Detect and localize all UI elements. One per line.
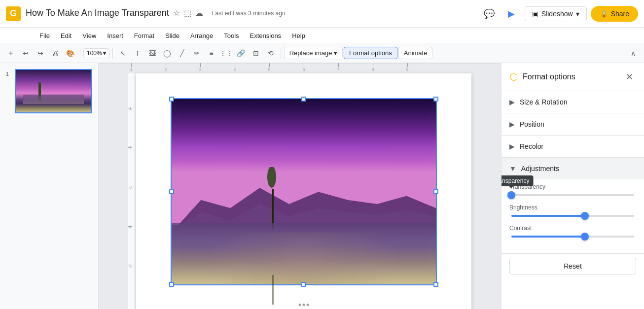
text-tool[interactable]: T (131, 46, 144, 60)
zoom-control[interactable]: 100% ▾ (83, 48, 109, 58)
cursor-tool[interactable]: ↖ (116, 46, 130, 60)
menu-extensions[interactable]: Extensions (245, 30, 286, 41)
star-icon[interactable]: ☆ (173, 8, 180, 18)
contrast-slider-track[interactable] (511, 236, 634, 238)
selection-handle-tr[interactable] (433, 97, 438, 102)
slide-1-thumb[interactable]: 1 (4, 67, 94, 115)
recolor-section: ▶ Recolor (501, 136, 644, 158)
size-rotation-label: Size & Rotation (520, 98, 568, 106)
doc-title: How To Make An Image Transparent (26, 8, 169, 18)
zoom-value: 100% (87, 50, 102, 57)
redo-button[interactable]: ↪ (34, 46, 47, 60)
selection-handle-br[interactable] (433, 282, 438, 287)
link-tool[interactable]: 🔗 (234, 46, 248, 60)
menu-arrange[interactable]: Arrange (185, 30, 218, 41)
transparency-slider-thumb[interactable]: Transparency (507, 191, 515, 199)
menu-edit[interactable]: Edit (56, 30, 76, 41)
contrast-slider-fill (511, 236, 585, 238)
pen-tool[interactable]: ✏ (190, 46, 204, 60)
crop-tool[interactable]: ⊡ (249, 46, 263, 60)
format-panel-title-row: ⬡ Format options (509, 71, 575, 83)
comments-icon: 💬 (484, 8, 495, 19)
slide-image[interactable] (171, 98, 437, 285)
close-icon: ✕ (626, 71, 633, 82)
folder-icon[interactable]: ⬚ (184, 8, 191, 18)
brightness-slider-thumb[interactable] (581, 212, 589, 220)
meet-icon: ▶ (508, 8, 515, 19)
slide-1-number: 1 (6, 71, 12, 77)
share-label: Share (611, 10, 629, 18)
menu-help[interactable]: Help (287, 30, 310, 41)
slideshow-label: Slideshow (541, 10, 573, 18)
line-tool[interactable]: ╱ (175, 46, 189, 60)
add-button[interactable]: ＋ (4, 46, 18, 60)
contrast-label: Contrast (509, 225, 636, 232)
print-button[interactable]: 🖨 (48, 46, 62, 60)
format-options-button[interactable]: Format options (344, 47, 397, 59)
slide-1-preview (15, 69, 92, 113)
replace-image-button[interactable]: Replace image ▾ (284, 47, 343, 59)
position-label: Position (520, 120, 544, 128)
columns-tool[interactable]: ⋮⋮ (219, 46, 233, 60)
undo-button[interactable]: ↩ (19, 46, 33, 60)
main-layout: 1 1 2 3 4 5 6 (0, 63, 644, 309)
size-rotation-section: ▶ Size & Rotation (501, 91, 644, 113)
menu-file[interactable]: File (35, 30, 55, 41)
paragraph-tool[interactable]: ≡ (205, 46, 218, 60)
menu-format[interactable]: Format (129, 30, 159, 41)
toolbar: ＋ ↩ ↪ 🖨 🎨 100% ▾ ↖ T 🖼 ◯ ╱ ✏ ≡ ⋮⋮ 🔗 ⊡ ⟲ … (0, 43, 644, 63)
contrast-row: Contrast (509, 225, 636, 238)
size-rotation-header[interactable]: ▶ Size & Rotation (501, 91, 644, 113)
lock-icon: 🔒 (600, 10, 608, 18)
resize-indicator (299, 304, 309, 306)
menu-bar: File Edit View Insert Format Slide Arran… (0, 28, 644, 43)
selection-handle-bl[interactable] (169, 282, 174, 287)
transform-tool[interactable]: ⟲ (264, 46, 278, 60)
recolor-chevron-icon: ▶ (509, 142, 515, 150)
selection-handle-bc[interactable] (301, 282, 306, 287)
menu-slide[interactable]: Slide (160, 30, 184, 41)
selection-handle-mr[interactable] (433, 189, 438, 194)
adjustments-chevron-icon: ▼ (509, 165, 516, 172)
comments-button[interactable]: 💬 (480, 5, 498, 23)
position-header[interactable]: ▶ Position (501, 113, 644, 135)
reset-button[interactable]: Reset (509, 258, 636, 275)
recolor-header[interactable]: ▶ Recolor (501, 136, 644, 157)
menu-view[interactable]: View (77, 30, 101, 41)
canvas-wrapper: 1 2 3 4 5 (118, 64, 481, 309)
image-tool[interactable]: 🖼 (145, 46, 159, 60)
selection-handle-tl[interactable] (169, 97, 174, 102)
close-panel-button[interactable]: ✕ (622, 70, 636, 84)
brightness-slider-track[interactable] (511, 215, 634, 217)
selection-handle-tc[interactable] (301, 97, 306, 102)
cloud-icon[interactable]: ☁ (195, 8, 203, 18)
share-button[interactable]: 🔒 Share (591, 6, 638, 22)
paint-format-button[interactable]: 🎨 (63, 46, 77, 60)
animate-button[interactable]: Animate (398, 47, 433, 59)
meet-button[interactable]: ▶ (502, 5, 521, 22)
slide-canvas[interactable] (136, 73, 471, 309)
selection-handle-ml[interactable] (169, 189, 174, 194)
menu-tools[interactable]: Tools (219, 30, 244, 41)
toolbar-separator-3 (281, 48, 281, 59)
title-area: How To Make An Image Transparent ☆ ⬚ ☁ L… (26, 8, 480, 19)
adjustments-content: Transparency Transparency Brightness (501, 179, 644, 253)
recolor-label: Recolor (520, 142, 543, 150)
size-rotation-chevron-icon: ▶ (509, 98, 515, 106)
shape-tool[interactable]: ◯ (160, 46, 174, 60)
slides-panel: 1 (0, 63, 99, 309)
transparency-tooltip: Transparency (501, 175, 533, 186)
svg-point-2 (267, 167, 276, 188)
doc-title-row: How To Make An Image Transparent ☆ ⬚ ☁ L… (26, 8, 480, 18)
contrast-slider-thumb[interactable] (581, 233, 589, 240)
collapse-toolbar-icon[interactable]: ∧ (626, 46, 640, 60)
slideshow-screen-icon: ▣ (532, 10, 538, 18)
transparency-slider-track[interactable]: Transparency (511, 194, 634, 196)
slideshow-button[interactable]: ▣ Slideshow ▾ (525, 6, 587, 21)
canvas-area: 1 2 3 4 5 6 7 8 9 1 (99, 63, 501, 309)
menu-insert[interactable]: Insert (102, 30, 128, 41)
slideshow-chevron-icon: ▾ (576, 10, 579, 18)
top-bar: G How To Make An Image Transparent ☆ ⬚ ☁… (0, 0, 644, 28)
vertical-ruler: 1 2 3 4 5 (128, 73, 136, 309)
top-right-actions: 💬 ▶ ▣ Slideshow ▾ 🔒 Share (480, 5, 638, 23)
